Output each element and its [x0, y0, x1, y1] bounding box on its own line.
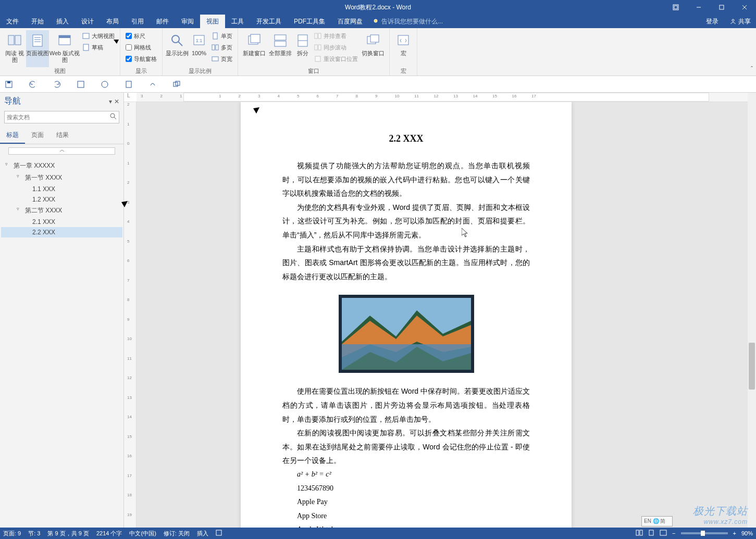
share-button[interactable]: 共享: [725, 17, 756, 26]
maximize-button[interactable]: [710, 0, 733, 15]
page-width-button[interactable]: 页宽: [209, 53, 234, 65]
collapse-ribbon-icon[interactable]: ˆ: [751, 66, 753, 73]
svg-rect-37: [315, 56, 320, 61]
nav-search-box[interactable]: [4, 111, 119, 123]
tab-design[interactable]: 设计: [75, 15, 100, 28]
ribbon-group-macros: 宏 宏: [390, 28, 417, 76]
view-read-icon[interactable]: [636, 530, 643, 537]
scrollbar-thumb[interactable]: [749, 343, 755, 390]
tab-references[interactable]: 引用: [125, 15, 150, 28]
ime-indicator[interactable]: EN 🌐 简: [641, 516, 673, 527]
vertical-ruler: L 21012345678910111213141516171819202122: [124, 93, 137, 528]
zoom-button[interactable]: 显示比例: [166, 30, 189, 67]
horizontal-ruler: 3211234567891011121314151617: [137, 93, 756, 102]
status-page[interactable]: 页面: 9: [3, 530, 21, 537]
tab-review[interactable]: 审阅: [175, 15, 200, 28]
status-lang[interactable]: 中文(中国): [129, 530, 156, 537]
one-page-button[interactable]: 单页: [209, 30, 234, 42]
view-web-icon[interactable]: [660, 530, 667, 537]
qat-icon-7[interactable]: [148, 80, 157, 89]
read-view-button[interactable]: 阅读 视图: [3, 30, 26, 67]
tree-item[interactable]: 2.1 XXX: [1, 217, 122, 227]
switch-windows-button[interactable]: 切换窗口: [360, 30, 386, 67]
macros-button[interactable]: 宏: [393, 30, 414, 67]
svg-rect-34: [318, 33, 321, 39]
tree-item[interactable]: ▿第二节 XXXX: [1, 205, 122, 217]
doc-list-3: App Store: [282, 509, 530, 523]
tab-mailings[interactable]: 邮件: [150, 15, 175, 28]
ribbon-group-window: 新建窗口 全部重排 拆分 并排查看 同步滚动 重设窗口位置 切换窗口 窗口: [238, 28, 390, 76]
ribbon-options-icon[interactable]: [664, 0, 687, 15]
view-print-icon[interactable]: [648, 530, 654, 537]
status-track[interactable]: 修订: 关闭: [164, 530, 190, 537]
navpane-checkbox[interactable]: 导航窗格: [123, 53, 159, 65]
qat-icon-5[interactable]: [100, 80, 109, 89]
status-words[interactable]: 2214 个字: [96, 530, 122, 537]
zoom-slider[interactable]: [681, 532, 728, 534]
tree-item[interactable]: 2.2 XXX: [1, 227, 122, 237]
arrange-all-button[interactable]: 全部重排: [267, 30, 293, 67]
tree-item[interactable]: ▿第一章 XXXXX: [1, 160, 122, 172]
tell-me-search[interactable]: 告诉我您想要做什么...: [373, 15, 443, 28]
tree-item[interactable]: ▿第一节 XXXX: [1, 172, 122, 184]
tab-file[interactable]: 文件: [0, 15, 25, 28]
status-section[interactable]: 节: 3: [28, 530, 40, 537]
svg-rect-63: [216, 530, 221, 535]
outline-view-button[interactable]: 大纲视图: [80, 30, 117, 42]
nav-tab-results[interactable]: 结果: [50, 128, 75, 144]
tab-home[interactable]: 开始: [25, 15, 50, 28]
tab-dev[interactable]: 开发工具: [250, 15, 288, 28]
nav-search-input[interactable]: [7, 114, 109, 120]
status-pagecount[interactable]: 第 9 页，共 9 页: [47, 530, 89, 537]
minimize-button[interactable]: [687, 0, 710, 15]
qat-icon-8[interactable]: [172, 80, 181, 89]
group-label-macros: 宏: [393, 67, 414, 76]
login-button[interactable]: 登录: [700, 17, 725, 26]
svg-marker-56: [462, 228, 467, 237]
tree-item[interactable]: 1.2 XXX: [1, 194, 122, 205]
status-record-macro-icon[interactable]: [216, 530, 222, 537]
tree-item-label: 第二节 XXXX: [25, 207, 62, 214]
tab-insert[interactable]: 插入: [50, 15, 75, 28]
draft-view-button[interactable]: 草稿: [80, 42, 117, 53]
qat-icon-6[interactable]: [124, 80, 133, 89]
zoom-100-button[interactable]: 1:1 100%: [189, 30, 209, 67]
nav-dropdown-icon[interactable]: ▾: [109, 98, 112, 105]
nav-collapse-toggle[interactable]: [8, 147, 115, 155]
tab-layout[interactable]: 布局: [100, 15, 125, 28]
main-area: 导航 ▾ ✕ 标题 页面 结果 ▿第一章 XXXXX▿第一节 XXXX1.1 X…: [0, 93, 756, 528]
nav-close-icon[interactable]: ✕: [114, 98, 119, 105]
zoom-out-icon[interactable]: −: [672, 530, 675, 536]
gridlines-checkbox[interactable]: 网格线: [123, 42, 159, 53]
tab-baidu[interactable]: 百度网盘: [331, 15, 369, 28]
redo-icon[interactable]: [52, 80, 61, 89]
new-window-button[interactable]: 新建窗口: [241, 30, 267, 67]
search-icon[interactable]: [109, 112, 117, 122]
status-insert[interactable]: 插入: [197, 530, 208, 537]
close-button[interactable]: [733, 0, 756, 15]
undo-icon[interactable]: [28, 80, 38, 89]
nav-tab-headings[interactable]: 标题: [0, 128, 25, 144]
document-canvas[interactable]: 2.2 XXX 视频提供了功能强大的方法帮助您证明您的观点。当您单击联机视频时，…: [137, 102, 756, 528]
split-button[interactable]: 拆分: [293, 30, 312, 67]
zoom-in-icon[interactable]: +: [733, 530, 736, 536]
tree-item-label: 第一章 XXXXX: [14, 162, 55, 169]
caret-icon[interactable]: ▿: [5, 161, 8, 167]
title-bar: Word教程2.docx - Word: [0, 0, 756, 15]
tab-pdf[interactable]: PDF工具集: [288, 15, 331, 28]
tab-view[interactable]: 视图: [200, 15, 225, 28]
save-icon[interactable]: [4, 80, 14, 89]
zoom-value[interactable]: 90%: [741, 530, 753, 536]
tree-item[interactable]: 1.1 XXX: [1, 184, 122, 194]
vertical-scrollbar[interactable]: [748, 93, 756, 528]
qat-icon-4[interactable]: [76, 80, 85, 89]
ruler-checkbox[interactable]: 标尺: [123, 30, 159, 42]
caret-icon[interactable]: ▿: [17, 173, 19, 179]
print-layout-button[interactable]: 页面视图: [26, 30, 49, 67]
caret-icon[interactable]: ▿: [17, 206, 19, 211]
nav-tab-pages[interactable]: 页面: [25, 128, 50, 144]
tell-me-placeholder: 告诉我您想要做什么...: [381, 17, 443, 26]
web-layout-button[interactable]: Web 版式视图: [49, 30, 80, 67]
tab-tools[interactable]: 工具: [225, 15, 250, 28]
multi-page-button[interactable]: 多页: [209, 42, 234, 53]
